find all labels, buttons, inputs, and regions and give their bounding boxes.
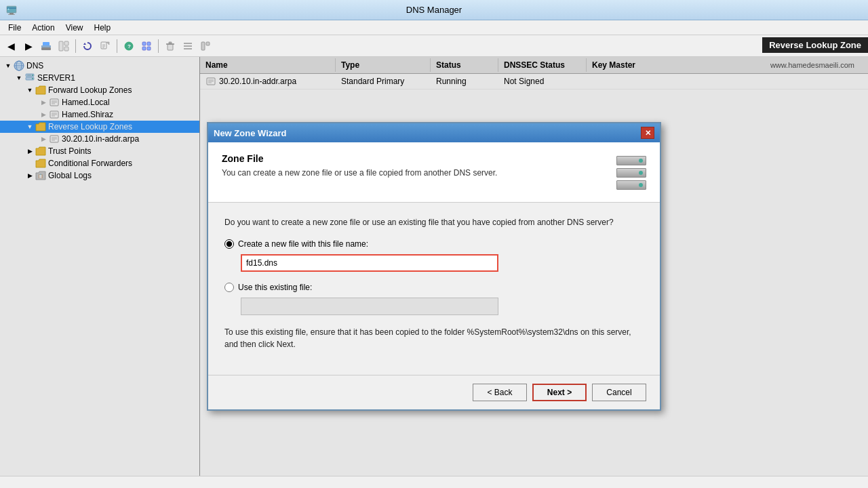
- app-icon: [5, 4, 18, 16]
- radio-group: Create a new file with this file name: U…: [224, 239, 644, 315]
- svg-rect-22: [147, 47, 151, 50]
- radio-option2-input[interactable]: [224, 283, 234, 292]
- svg-rect-27: [184, 45, 192, 47]
- menu-help[interactable]: Help: [89, 22, 117, 34]
- svg-rect-4: [8, 14, 15, 15]
- svg-rect-26: [184, 43, 192, 44]
- existing-file-name-input[interactable]: [241, 298, 498, 315]
- dialog-header-section: Zone File You can create a new zone file…: [208, 142, 660, 203]
- cancel-button[interactable]: Cancel: [592, 384, 646, 401]
- dialog-footer: < Back Next > Cancel: [208, 375, 660, 409]
- svg-rect-30: [206, 42, 210, 45]
- dialog-question: Do you want to create a new zone file or…: [224, 216, 644, 228]
- svg-rect-3: [9, 13, 14, 14]
- server-icon-container: [616, 156, 646, 191]
- toolbar-refresh[interactable]: [79, 38, 96, 54]
- back-button[interactable]: < Back: [473, 384, 527, 401]
- status-bar: [0, 476, 868, 488]
- dialog-overlay: New Zone Wizard ✕ Zone File You can crea…: [0, 57, 868, 476]
- svg-rect-7: [41, 45, 51, 47]
- toolbar-props[interactable]: [138, 38, 155, 54]
- radio-option1-input[interactable]: [224, 239, 234, 249]
- svg-point-2: [8, 8, 9, 9]
- dialog-header-text: Zone File You can create a new zone file…: [222, 153, 497, 178]
- toolbar-tree[interactable]: [56, 38, 72, 54]
- svg-rect-28: [184, 48, 192, 49]
- svg-marker-11: [83, 43, 86, 45]
- new-file-name-input[interactable]: [241, 254, 498, 272]
- toolbar-back[interactable]: ◀: [3, 38, 19, 54]
- svg-rect-20: [147, 42, 151, 45]
- dialog-section-description: You can create a new zone file or use a …: [222, 168, 497, 178]
- watermark-label: Reverse Lookup Zone: [769, 40, 861, 50]
- hint-text: To use this existing file, ensure that i…: [224, 326, 644, 350]
- radio-option1-label: Create a new file with this file name:: [238, 239, 368, 249]
- svg-rect-5: [41, 47, 51, 50]
- svg-rect-23: [167, 44, 173, 50]
- new-zone-wizard-dialog: New Zone Wizard ✕ Zone File You can crea…: [207, 122, 661, 411]
- svg-rect-8: [59, 41, 63, 51]
- menu-file[interactable]: File: [3, 22, 26, 34]
- svg-rect-25: [169, 42, 172, 43]
- radio-option2-label: Use this existing file:: [238, 283, 312, 292]
- toolbar: ◀ ▶ ?: [0, 35, 868, 57]
- toolbar-delete[interactable]: [162, 38, 178, 54]
- svg-rect-29: [201, 42, 205, 50]
- svg-marker-13: [106, 42, 109, 45]
- server-box-2: [616, 168, 646, 178]
- radio-option1[interactable]: Create a new file with this file name:: [224, 239, 644, 249]
- toolbar-up[interactable]: [38, 38, 54, 54]
- dialog-section-title: Zone File: [222, 153, 497, 164]
- svg-rect-19: [142, 42, 146, 45]
- window-title: DNS Manager: [406, 5, 462, 15]
- svg-rect-21: [142, 47, 146, 50]
- menu-bar: File Action View Help: [0, 20, 868, 35]
- toolbar-export[interactable]: [97, 38, 113, 54]
- watermark-url: www.hamedesmaeili.com: [764, 60, 861, 70]
- svg-rect-10: [64, 47, 68, 51]
- server-box-3: [616, 180, 646, 190]
- toolbar-help[interactable]: ?: [121, 38, 137, 54]
- toolbar-view-detail[interactable]: [180, 38, 196, 54]
- toolbar-forward[interactable]: ▶: [20, 38, 37, 54]
- toolbar-more[interactable]: [197, 38, 214, 54]
- server-box-1: [616, 156, 646, 165]
- dialog-close-button[interactable]: ✕: [641, 127, 654, 139]
- dialog-body: Do you want to create a new zone file or…: [208, 203, 660, 375]
- menu-view[interactable]: View: [60, 22, 89, 34]
- radio-option2[interactable]: Use this existing file:: [224, 283, 644, 292]
- svg-rect-9: [64, 41, 68, 45]
- dialog-title: New Zone Wizard: [214, 128, 287, 138]
- title-bar: DNS Manager: [0, 0, 868, 20]
- svg-text:?: ?: [127, 43, 131, 49]
- watermark-banner: Reverse Lookup Zone: [762, 37, 868, 53]
- next-button[interactable]: Next >: [532, 384, 587, 401]
- dialog-title-bar: New Zone Wizard ✕: [208, 123, 660, 142]
- menu-action[interactable]: Action: [26, 22, 60, 34]
